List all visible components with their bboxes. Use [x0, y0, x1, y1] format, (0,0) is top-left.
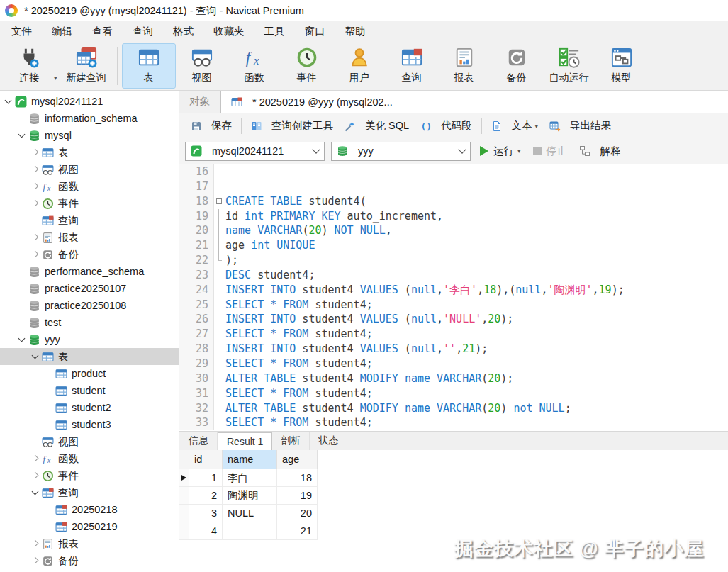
chevron-right-icon[interactable]	[30, 181, 40, 192]
tree-item-yyy-views[interactable]: 视图	[0, 433, 179, 450]
tree-item-yyy-functions[interactable]: fx函数	[0, 450, 179, 467]
chevron-down-icon[interactable]	[16, 130, 27, 141]
chevron-down-icon[interactable]	[30, 488, 40, 498]
backup-button[interactable]: 备份	[491, 44, 543, 88]
cell-name[interactable]: 陶渊明	[223, 487, 277, 505]
tree-item-mysql-functions[interactable]: fx函数	[0, 178, 179, 195]
tree-item-table-student2[interactable]: student2	[0, 399, 179, 416]
beautify-sql-button[interactable]: 美化 SQL	[339, 116, 415, 136]
export-results-button[interactable]: 导出结果	[544, 116, 617, 136]
save-button[interactable]: 保存	[185, 116, 237, 136]
result-tab-status[interactable]: 状态	[310, 432, 347, 450]
user-button[interactable]: 用户	[333, 44, 386, 88]
table-row[interactable]: 2陶渊明19	[179, 487, 728, 505]
chevron-right-icon[interactable]	[30, 454, 40, 464]
tree-item-table-student3[interactable]: student3	[0, 416, 179, 433]
tree-item-db-performance-schema[interactable]: performance_schema	[0, 263, 179, 280]
column-header-age[interactable]: age	[277, 450, 318, 469]
connect-dropdown-icon[interactable]: ▾	[54, 74, 57, 82]
cell-name[interactable]	[223, 522, 277, 540]
view-button[interactable]: 视图	[176, 44, 228, 88]
code-line-19[interactable]: 19id int PRIMARY KEY auto_increment,	[179, 209, 728, 224]
code-line-16[interactable]: 16	[179, 164, 728, 179]
cell-id[interactable]: 3	[189, 505, 223, 522]
code-line-22[interactable]: 22);	[179, 253, 728, 268]
tree-item-db-information-schema[interactable]: information_schema	[0, 110, 179, 127]
query-builder-button[interactable]: 查询创建工具	[245, 116, 339, 136]
result-tab-result-1[interactable]: Result 1	[218, 432, 272, 450]
table-button[interactable]: 表	[122, 43, 176, 89]
chevron-right-icon[interactable]	[30, 232, 40, 243]
code-line-25[interactable]: 25SELECT * FROM student4;	[179, 298, 728, 313]
code-line-31[interactable]: 31SELECT * FROM student4;	[179, 386, 728, 401]
tree-item-db-practice20250108[interactable]: practice20250108	[0, 297, 179, 314]
connection-select[interactable]: mysql20241121	[185, 142, 325, 161]
column-header-name[interactable]: name	[223, 450, 277, 469]
menu-window[interactable]: 窗口	[295, 22, 335, 41]
table-row[interactable]: 421	[179, 522, 728, 540]
tree-item-query-20250218[interactable]: 20250218	[0, 501, 179, 518]
code-line-20[interactable]: 20name VARCHAR(20) NOT NULL,	[179, 223, 728, 238]
tree-item-yyy-tables[interactable]: 表	[0, 348, 179, 365]
code-line-23[interactable]: 23DESC student4;	[179, 268, 728, 283]
menu-tools[interactable]: 工具	[254, 22, 295, 41]
code-line-29[interactable]: 29SELECT * FROM student4;	[179, 357, 728, 371]
tree-item-mysql-events[interactable]: 事件	[0, 195, 179, 212]
cell-name[interactable]: 李白	[223, 469, 277, 487]
menu-query[interactable]: 查询	[123, 22, 163, 41]
cell-name[interactable]: NULL	[223, 505, 277, 522]
code-line-32[interactable]: 32ALTER TABLE student4 MODIFY name VARCH…	[179, 401, 728, 416]
code-line-33[interactable]: 33SELECT * FROM student4;	[179, 415, 728, 430]
model-button[interactable]: 模型	[595, 44, 648, 88]
code-line-17[interactable]: 17	[179, 179, 728, 194]
cell-age[interactable]: 18	[277, 469, 318, 487]
code-line-26[interactable]: 26INSERT INTO student4 VALUES (null,'NUL…	[179, 312, 728, 327]
tree-item-yyy-reports[interactable]: 报表	[0, 535, 179, 552]
code-line-24[interactable]: 24INSERT INTO student4 VALUES (null,'李白'…	[179, 283, 728, 298]
menu-file[interactable]: 文件	[1, 22, 42, 41]
tree-item-mysql-reports[interactable]: 报表	[0, 229, 179, 246]
new-query-button[interactable]: 新建查询	[60, 44, 113, 88]
chevron-right-icon[interactable]	[30, 147, 40, 158]
code-line-30[interactable]: 30ALTER TABLE student4 MODIFY name VARCH…	[179, 371, 728, 386]
text-mode-button[interactable]: 文本▾	[486, 116, 544, 136]
tab-query-20250219[interactable]: * 20250219 @yyy (mysql202...	[220, 91, 403, 113]
menu-favorites[interactable]: 收藏夹	[203, 22, 254, 41]
tree-item-mysql-views[interactable]: 视图	[0, 161, 179, 178]
tree-item-yyy-queries[interactable]: 查询	[0, 484, 179, 501]
tree-item-mysql-backups[interactable]: 备份	[0, 246, 179, 263]
menu-help[interactable]: 帮助	[335, 22, 376, 41]
cell-id[interactable]: 4	[189, 522, 223, 540]
column-header-id[interactable]: id	[189, 450, 223, 469]
code-line-18[interactable]: 18CREATE TABLE student4(	[179, 194, 728, 209]
table-row[interactable]: 3NULL20	[179, 505, 728, 522]
tab-objects[interactable]: 对象	[179, 91, 220, 113]
tree-item-query-20250219[interactable]: 20250219	[0, 518, 179, 535]
code-line-21[interactable]: 21age int UNIQUE	[179, 238, 728, 253]
query-button[interactable]: 查询	[386, 44, 438, 88]
tree-item-table-product[interactable]: product	[0, 365, 179, 382]
menu-view[interactable]: 查看	[82, 22, 123, 41]
cell-age[interactable]: 19	[277, 487, 318, 505]
function-button[interactable]: fx函数	[228, 44, 281, 88]
explain-button[interactable]: 解释	[576, 145, 624, 158]
chevron-down-icon[interactable]	[3, 96, 13, 107]
chevron-right-icon[interactable]	[30, 249, 40, 260]
result-tab-profile[interactable]: 剖析	[272, 432, 310, 450]
chevron-right-icon[interactable]	[30, 539, 40, 549]
menu-format[interactable]: 格式	[163, 22, 203, 41]
tree-item-db-yyy[interactable]: yyy	[0, 331, 179, 348]
text-mode-dropdown-icon[interactable]: ▾	[535, 123, 539, 130]
tree-item-table-student[interactable]: student	[0, 382, 179, 399]
connect-button[interactable]: 连接	[3, 44, 55, 88]
chevron-right-icon[interactable]	[30, 164, 40, 175]
chevron-right-icon[interactable]	[30, 556, 40, 566]
cell-id[interactable]: 2	[189, 487, 223, 505]
sql-editor[interactable]: 161718CREATE TABLE student4(19id int PRI…	[179, 164, 728, 431]
cell-age[interactable]: 20	[277, 505, 318, 522]
tree-item-connection-mysql20241121[interactable]: mysql20241121	[0, 93, 179, 110]
result-tab-info[interactable]: 信息	[180, 432, 218, 450]
tree-item-yyy-backups[interactable]: 备份	[0, 552, 179, 569]
tree-item-db-practice20250107[interactable]: practice20250107	[0, 280, 179, 297]
code-line-27[interactable]: 27SELECT * FROM student4;	[179, 327, 728, 342]
